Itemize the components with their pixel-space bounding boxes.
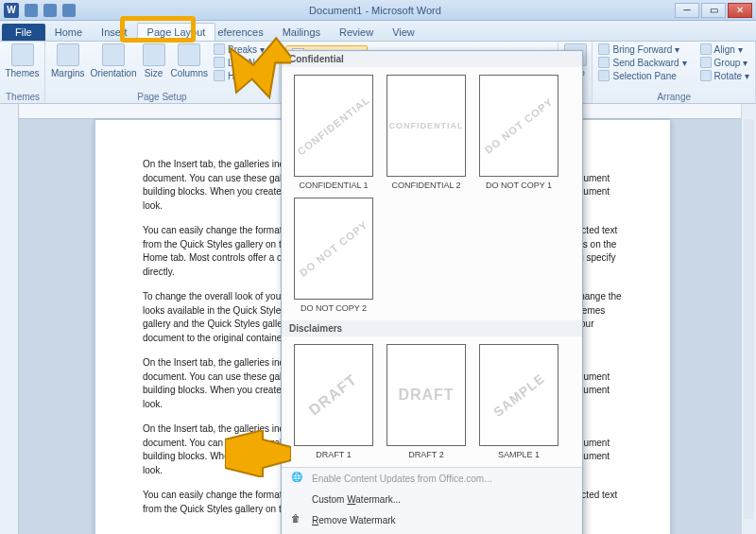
bring-forward-button[interactable]: Bring Forward▾ <box>598 43 686 55</box>
group-themes: Themes Themes <box>0 42 45 103</box>
watermark-thumb[interactable]: DO NOT COPYDO NOT COPY 2 <box>291 198 376 313</box>
watermark-thumb[interactable]: DO NOT COPYDO NOT COPY 1 <box>476 75 561 190</box>
save-icon[interactable] <box>25 4 38 17</box>
breaks-icon <box>214 43 225 55</box>
blank-icon <box>291 492 304 506</box>
watermark-preview-text: CONFIDENTIAL <box>389 121 464 130</box>
group-icon <box>700 57 712 68</box>
line-numbers-button[interactable]: Line Numk <box>214 57 273 68</box>
gallery-menu: 🌐Enable Content Updates from Office.com.… <box>282 467 582 534</box>
globe-icon: 🌐 <box>291 472 304 485</box>
line-numbers-icon <box>214 57 225 68</box>
tab-insert[interactable]: Insert <box>92 24 137 41</box>
group-label-themes: Themes <box>6 92 39 102</box>
size-label: Size <box>145 68 163 78</box>
tab-review[interactable]: Review <box>330 24 383 41</box>
rotate-button[interactable]: Rotate▾ <box>700 70 749 81</box>
margins-label: Margins <box>51 68 85 78</box>
vertical-ruler[interactable] <box>0 104 19 534</box>
gallery-section-confidential: Confidential <box>282 51 582 67</box>
hyphen-label: Hyphen <box>228 71 260 81</box>
save-selection-to-gallery: Save Selection to Watermark Gallery... <box>282 530 582 534</box>
watermark-caption: CONFIDENTIAL 1 <box>299 181 368 190</box>
watermark-caption: DRAFT 2 <box>408 450 443 459</box>
breaks-label: Breaks <box>228 44 257 55</box>
vertical-scrollbar[interactable] <box>741 104 756 534</box>
margins-button[interactable]: Margins <box>51 43 85 78</box>
watermark-caption: DO NOT COPY 1 <box>486 181 552 190</box>
tab-view[interactable]: View <box>383 24 424 41</box>
align-icon <box>700 43 712 55</box>
enable-content-updates: 🌐Enable Content Updates from Office.com.… <box>282 468 582 489</box>
orientation-button[interactable]: Orientation <box>91 43 137 78</box>
align-label: Align <box>714 44 735 55</box>
menu-label: Enable Content Updates from Office.com..… <box>312 474 491 484</box>
group-arrange: Bring Forward▾ Send Backward▾ Selection … <box>593 42 756 103</box>
watermark-caption: SAMPLE 1 <box>498 450 540 459</box>
hyphen-icon <box>214 70 225 81</box>
columns-icon <box>178 43 200 66</box>
breaks-button[interactable]: Breaks▾ <box>214 43 273 55</box>
orientation-icon <box>102 43 125 66</box>
themes-icon <box>11 43 34 66</box>
columns-button[interactable]: Columns <box>171 43 208 78</box>
group-label-arrange: Arrange <box>598 92 749 102</box>
chevron-down-icon: ▾ <box>738 44 743 55</box>
watermark-preview-text: DO NOT COPY <box>298 218 370 279</box>
watermark-caption: DRAFT 1 <box>316 450 351 459</box>
themes-label: Themes <box>5 68 39 78</box>
close-button[interactable]: ✕ <box>728 3 752 18</box>
columns-label: Columns <box>171 68 208 78</box>
watermark-preview-text: DRAFT <box>398 387 454 404</box>
watermark-preview-text: SAMPLE <box>490 370 548 420</box>
tab-home[interactable]: Home <box>45 24 92 41</box>
align-button[interactable]: Align▾ <box>700 43 749 55</box>
tab-file[interactable]: File <box>2 24 45 41</box>
send-backward-button[interactable]: Send Backward▾ <box>598 57 686 68</box>
group-obj-label: Group <box>714 58 741 68</box>
remove-icon: 🗑 <box>291 513 304 526</box>
watermark-thumb[interactable]: DRAFTDRAFT 1 <box>291 344 376 459</box>
line-numbers-label: Line Numk <box>228 58 273 68</box>
tab-mailings[interactable]: Mailings <box>273 24 330 41</box>
chevron-down-icon: ▾ <box>682 58 687 68</box>
redo-icon[interactable] <box>62 4 76 17</box>
chevron-down-icon: ▾ <box>675 44 679 55</box>
watermark-caption: CONFIDENTIAL 2 <box>391 181 460 190</box>
custom-watermark[interactable]: Custom Watermark... <box>282 489 582 509</box>
hyphenation-button[interactable]: Hyphen <box>214 70 273 81</box>
tab-page-layout[interactable]: Page Layout <box>137 23 216 41</box>
watermark-thumb[interactable]: CONFIDENTIALCONFIDENTIAL 2 <box>384 75 469 190</box>
title-bar: W Document1 - Microsoft Word ─ ▭ ✕ <box>0 0 756 21</box>
rotate-label: Rotate <box>714 71 742 81</box>
minimize-button[interactable]: ─ <box>675 3 699 18</box>
gallery-thumbs-disclaimers: DRAFTDRAFT 1 DRAFTDRAFT 2 SAMPLESAMPLE 1 <box>282 336 582 467</box>
themes-button[interactable]: Themes <box>6 43 39 78</box>
group-label-page-setup: Page Setup <box>51 92 273 102</box>
watermark-preview-text: DRAFT <box>306 371 361 420</box>
ribbon-tabs: File Home Insert Page Layout eferences M… <box>0 21 756 42</box>
selection-pane-label: Selection Pane <box>612 71 676 81</box>
send-backward-icon <box>598 57 610 68</box>
group-button[interactable]: Group▾ <box>700 57 749 68</box>
window-title: Document1 - Microsoft Word <box>76 5 675 16</box>
selection-pane-icon <box>598 70 610 81</box>
remove-watermark[interactable]: 🗑Remove Watermark <box>282 509 582 530</box>
gallery-section-disclaimers: Disclaimers <box>282 320 582 336</box>
rotate-icon <box>700 70 712 81</box>
watermark-gallery: Confidential CONFIDENTIALCONFIDENTIAL 1 … <box>281 50 583 534</box>
chevron-down-icon: ▾ <box>745 71 749 81</box>
window-controls: ─ ▭ ✕ <box>675 3 752 18</box>
watermark-thumb[interactable]: SAMPLESAMPLE 1 <box>476 344 561 459</box>
watermark-thumb[interactable]: CONFIDENTIALCONFIDENTIAL 1 <box>291 75 376 190</box>
watermark-preview-text: DO NOT COPY <box>483 95 556 156</box>
margins-icon <box>57 43 79 66</box>
watermark-thumb[interactable]: DRAFTDRAFT 2 <box>384 344 469 459</box>
maximize-button[interactable]: ▭ <box>701 3 726 18</box>
selection-pane-button[interactable]: Selection Pane <box>598 70 686 81</box>
watermark-preview-text: CONFIDENTIAL <box>295 94 371 157</box>
group-page-setup: Margins Orientation Size Columns Breaks▾… <box>45 42 280 103</box>
size-button[interactable]: Size <box>143 43 165 78</box>
tab-references[interactable]: eferences <box>215 24 272 41</box>
undo-icon[interactable] <box>43 4 57 17</box>
